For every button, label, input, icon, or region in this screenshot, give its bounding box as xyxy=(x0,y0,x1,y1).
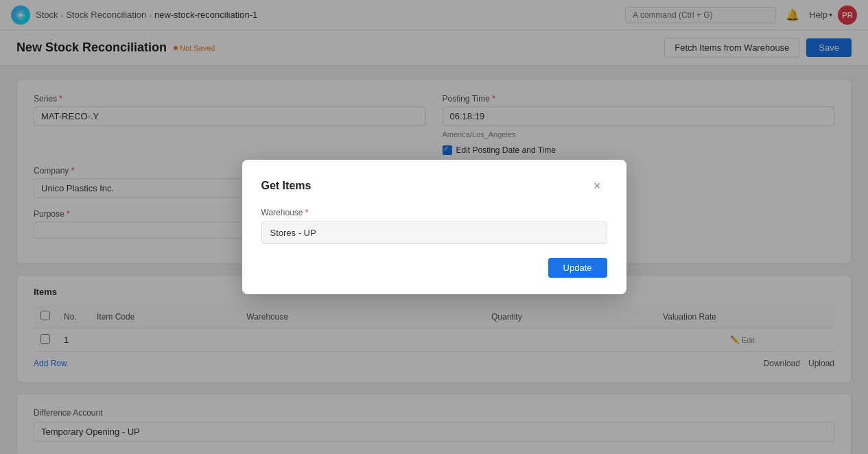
modal-warehouse-label: Warehouse * xyxy=(261,208,607,217)
modal-warehouse-required: * xyxy=(305,208,309,217)
modal-close-button[interactable]: × xyxy=(588,176,607,195)
modal-footer: Update xyxy=(261,258,607,278)
modal-warehouse-input[interactable] xyxy=(261,222,607,244)
get-items-modal: Get Items × Warehouse * Update xyxy=(242,160,626,294)
modal-warehouse-field: Warehouse * xyxy=(261,208,607,244)
modal-overlay: Get Items × Warehouse * Update xyxy=(0,0,868,454)
modal-header: Get Items × xyxy=(261,176,607,195)
modal-title: Get Items xyxy=(261,180,312,192)
update-button[interactable]: Update xyxy=(548,258,607,278)
